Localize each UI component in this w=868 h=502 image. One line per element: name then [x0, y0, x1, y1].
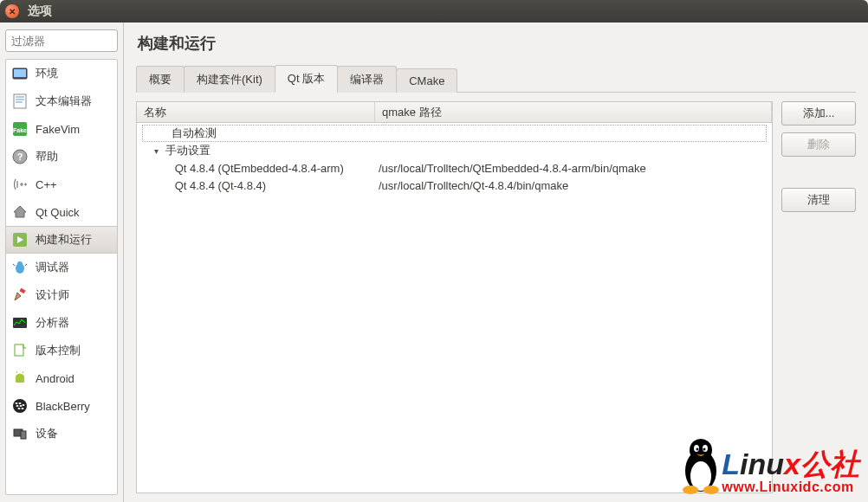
window-title: 选项: [28, 3, 52, 19]
tree-group-manual[interactable]: ▾ 手动设置: [137, 142, 772, 159]
analyzer-icon: [11, 314, 29, 331]
sidebar-item-label: 环境: [36, 66, 58, 81]
svg-point-24: [19, 402, 22, 404]
svg-point-26: [20, 405, 23, 407]
remove-button[interactable]: 删除: [781, 132, 856, 157]
svg-rect-19: [16, 376, 24, 383]
environment-icon: [11, 65, 29, 82]
svg-text:?: ?: [17, 151, 23, 162]
tab-qtversions[interactable]: Qt 版本: [275, 65, 338, 93]
sidebar-item-buildrun[interactable]: 构建和运行: [6, 226, 117, 254]
tab-kits[interactable]: 构建套件(Kit): [184, 66, 275, 93]
svg-line-20: [16, 371, 17, 373]
sidebar-item-versioncontrol[interactable]: 版本控制: [6, 337, 117, 364]
group-label: 手动设置: [165, 144, 211, 157]
table-body[interactable]: 自动检测 ▾ 手动设置: [137, 123, 772, 492]
th-path[interactable]: qmake 路径: [375, 102, 772, 122]
group-label: 自动检测: [172, 126, 217, 139]
table-header: 名称 qmake 路径: [137, 102, 772, 123]
versioncontrol-icon: [11, 342, 29, 359]
sidebar-item-label: 构建和运行: [36, 232, 92, 248]
sidebar-item-designer[interactable]: 设计师: [6, 281, 117, 309]
sidebar-item-texteditor[interactable]: 文本编辑器: [6, 87, 117, 115]
buildrun-icon: [11, 231, 29, 248]
tab-cmake[interactable]: CMake: [396, 68, 457, 93]
filter-input[interactable]: [5, 29, 118, 52]
window-controls: ✕: [5, 4, 19, 18]
svg-rect-1: [14, 69, 26, 77]
blackberry-icon: [11, 397, 29, 415]
sidebar-item-label: 分析器: [36, 315, 69, 331]
category-list: 环境 文本编辑器 Fake FakeVim ? 帮助: [5, 59, 118, 495]
sidebar-item-label: 文本编辑器: [36, 93, 92, 109]
sidebar-item-label: 帮助: [36, 149, 58, 164]
sidebar: 环境 文本编辑器 Fake FakeVim ? 帮助: [0, 23, 124, 502]
svg-point-27: [23, 404, 25, 406]
svg-line-14: [13, 264, 15, 266]
qt-version-name: Qt 4.8.4 (Qt-4.8.4): [175, 179, 267, 192]
qtquick-icon: [11, 203, 29, 221]
svg-rect-18: [15, 344, 23, 356]
tab-content: 名称 qmake 路径 自动检测: [136, 93, 856, 493]
page-title: 构建和运行: [138, 33, 856, 54]
help-icon: ?: [11, 148, 29, 165]
svg-rect-16: [19, 288, 25, 293]
svg-point-23: [16, 402, 18, 404]
th-name[interactable]: 名称: [137, 102, 375, 122]
sidebar-item-label: FakeVim: [36, 123, 80, 136]
sidebar-item-analyzer[interactable]: 分析器: [6, 309, 117, 337]
svg-point-29: [22, 408, 24, 409]
designer-icon: [11, 286, 29, 304]
svg-point-28: [18, 408, 21, 409]
table-row[interactable]: Qt 4.8.4 (Qt-4.8.4) /usr/local/Trolltech…: [137, 177, 772, 194]
qtversions-table: 名称 qmake 路径 自动检测: [136, 101, 773, 493]
svg-line-21: [23, 371, 23, 373]
add-button[interactable]: 添加...: [781, 101, 856, 126]
svg-rect-2: [14, 94, 26, 108]
sidebar-item-android[interactable]: Android: [6, 364, 117, 392]
sidebar-item-cpp[interactable]: C++: [6, 171, 117, 198]
qt-version-path: /usr/local/Trolltech/QtEmbedded-4.8.4-ar…: [375, 162, 772, 175]
fakevim-icon: Fake: [11, 120, 29, 138]
sidebar-item-qtquick[interactable]: Qt Quick: [6, 198, 117, 226]
chevron-down-icon[interactable]: ▾: [151, 146, 163, 156]
side-buttons: 添加... 删除 清理: [781, 101, 856, 493]
qt-version-name: Qt 4.8.4 (QtEmbedded-4.8.4-arm): [175, 162, 344, 175]
svg-line-15: [25, 264, 27, 266]
sidebar-item-blackberry[interactable]: BlackBerry: [6, 392, 117, 420]
tree-group-autodetect[interactable]: 自动检测: [142, 125, 767, 142]
sidebar-item-label: Qt Quick: [36, 206, 80, 219]
sidebar-item-environment[interactable]: 环境: [6, 60, 117, 87]
sidebar-item-label: 调试器: [36, 260, 69, 275]
qt-version-path: /usr/local/Trolltech/Qt-4.8.4/bin/qmake: [375, 179, 772, 192]
window-body: 环境 文本编辑器 Fake FakeVim ? 帮助: [0, 23, 868, 502]
sidebar-item-devices[interactable]: 设备: [6, 420, 117, 447]
sidebar-item-label: BlackBerry: [36, 400, 90, 413]
content-area: 构建和运行 概要 构建套件(Kit) Qt 版本 编译器 CMake 名称 qm…: [124, 23, 868, 502]
devices-icon: [11, 425, 29, 442]
sidebar-item-label: Android: [36, 372, 74, 385]
tab-compilers[interactable]: 编译器: [337, 66, 397, 93]
sidebar-item-debugger[interactable]: 调试器: [6, 254, 117, 281]
svg-point-25: [16, 405, 19, 407]
sidebar-item-help[interactable]: ? 帮助: [6, 143, 117, 171]
tabs: 概要 构建套件(Kit) Qt 版本 编译器 CMake: [136, 64, 856, 93]
titlebar: ✕ 选项: [0, 0, 868, 23]
android-icon: [11, 370, 29, 387]
sidebar-item-label: C++: [36, 178, 57, 191]
debugger-icon: [11, 259, 29, 276]
tab-overview[interactable]: 概要: [136, 66, 185, 93]
texteditor-icon: [11, 93, 29, 110]
close-icon[interactable]: ✕: [5, 4, 19, 18]
cleanup-button[interactable]: 清理: [781, 188, 856, 212]
table-row[interactable]: Qt 4.8.4 (QtEmbedded-4.8.4-arm) /usr/loc…: [137, 159, 772, 177]
sidebar-item-label: 设计师: [36, 287, 69, 303]
sidebar-item-label: 设备: [36, 426, 58, 441]
sidebar-item-fakevim[interactable]: Fake FakeVim: [6, 115, 117, 143]
svg-point-13: [17, 261, 23, 267]
sidebar-item-label: 版本控制: [36, 343, 81, 358]
svg-rect-31: [21, 431, 26, 439]
cpp-icon: [11, 176, 29, 193]
svg-text:Fake: Fake: [13, 127, 27, 133]
